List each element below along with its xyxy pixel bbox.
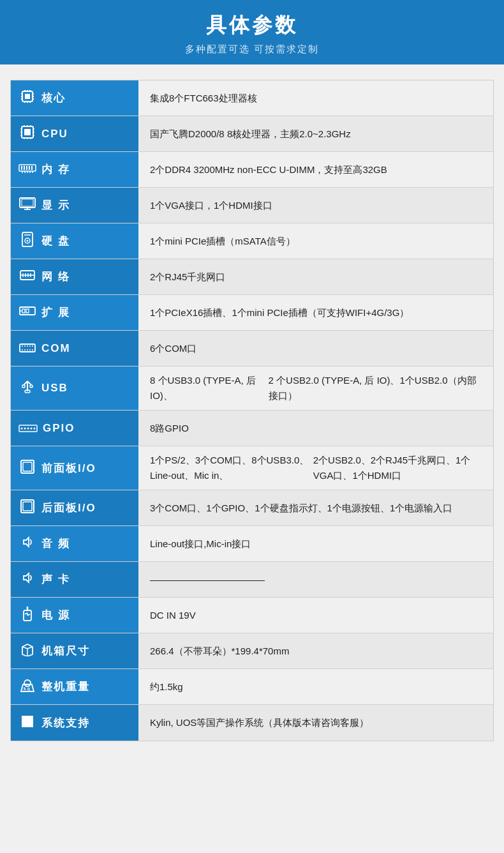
spec-label-text: 扩 展 <box>41 305 70 320</box>
spec-row: COM6个COM口 <box>11 331 493 366</box>
spec-value: ———————————— <box>138 562 493 597</box>
spec-icon <box>19 232 36 250</box>
svg-rect-32 <box>29 166 30 170</box>
spec-icon <box>19 268 36 285</box>
spec-row: 显 示1个VGA接口，1个HDMI接口 <box>11 188 493 223</box>
spec-label: kg整机重量 <box>11 669 138 704</box>
spec-icon <box>19 460 36 477</box>
spec-value: Line-out接口,Mic-in接口 <box>138 526 493 561</box>
spec-icon <box>19 197 36 213</box>
spec-row: 音 频Line-out接口,Mic-in接口 <box>11 526 493 562</box>
spec-label-text: 后面板I/O <box>41 501 96 515</box>
spec-label-text: USB <box>41 382 68 395</box>
spec-icon <box>19 571 36 588</box>
spec-value: 266.4（不带耳朵）*199.4*70mm <box>138 633 493 668</box>
spec-label: 核心 <box>11 80 138 116</box>
spec-label-text: 整机重量 <box>41 679 90 694</box>
spec-label-text: 前面板I/O <box>41 461 96 476</box>
spec-icon <box>19 162 36 177</box>
spec-label-text: 系统支持 <box>41 716 90 730</box>
svg-point-90 <box>24 680 31 686</box>
spec-icon: kg <box>19 678 36 695</box>
svg-rect-57 <box>20 344 35 352</box>
spec-label-text: 电 源 <box>41 608 70 623</box>
spec-icon <box>19 125 36 143</box>
spec-label-text: CPU <box>41 128 68 140</box>
spec-icon <box>19 89 36 107</box>
spec-value: 2个RJ45千兆网口 <box>138 259 493 294</box>
spec-icon <box>19 605 36 625</box>
spec-value: 1个VGA接口，1个HDMI接口 <box>138 188 493 223</box>
svg-rect-92 <box>22 716 27 721</box>
spec-label: 音 频 <box>11 526 138 561</box>
spec-value: 1个mini PCIe插槽（mSATA信号） <box>138 223 493 259</box>
spec-row: 后面板I/O3个COM口、1个GPIO、1个硬盘指示灯、1个电源按钮、1个电源输… <box>11 490 493 526</box>
spec-row: kg整机重量约1.5kg <box>11 669 493 705</box>
spec-icon <box>19 535 36 552</box>
spec-label-text: GPIO <box>43 422 75 435</box>
spec-label: CPU <box>11 116 138 151</box>
spec-value: 约1.5kg <box>138 669 493 704</box>
spec-row: GPIO8路GPIO <box>11 411 493 446</box>
svg-point-77 <box>27 428 29 430</box>
svg-rect-33 <box>31 166 33 170</box>
spec-icon <box>19 380 36 397</box>
svg-point-67 <box>32 349 33 351</box>
svg-rect-71 <box>22 385 25 388</box>
spec-label: USB <box>11 366 138 410</box>
header: 具体参数 多种配置可选 可按需求定制 <box>0 0 504 64</box>
spec-value: 1个PS/2、3个COM口、8个USB3.0、Line-out、Mic in、2… <box>138 446 493 490</box>
spec-label: 系统支持 <box>11 705 138 741</box>
svg-rect-40 <box>22 199 33 206</box>
page-subtitle: 多种配置可选 可按需求定制 <box>0 43 504 56</box>
svg-rect-31 <box>26 166 27 170</box>
spec-icon <box>19 642 36 660</box>
spec-label: 电 源 <box>11 598 138 633</box>
spec-label: 声 卡 <box>11 562 138 597</box>
spec-value: 1个PCIeX16插槽、1个mini PCIe插槽（可支持WIFI+4G/3G） <box>138 295 493 330</box>
spec-value: 8 个USB3.0 (TYPE-A, 后 IO)、2 个USB2.0 (TYPE… <box>138 366 493 410</box>
spec-icon <box>19 421 38 435</box>
svg-point-65 <box>27 349 28 351</box>
svg-point-78 <box>31 428 33 430</box>
spec-row: 扩 展1个PCIeX16插槽、1个mini PCIe插槽（可支持WIFI+4G/… <box>11 295 493 331</box>
svg-point-64 <box>24 349 26 351</box>
spec-label-text: 声 卡 <box>41 572 70 587</box>
spec-row: 网 络2个RJ45千兆网口 <box>11 259 493 295</box>
spec-label-text: 网 络 <box>41 269 70 284</box>
svg-rect-54 <box>22 309 25 313</box>
spec-value: 3个COM口、1个GPIO、1个硬盘指示灯、1个电源按钮、1个电源输入口 <box>138 490 493 525</box>
spec-label: 内 存 <box>11 152 138 187</box>
spec-label: 硬 盘 <box>11 223 138 259</box>
spec-value: 8路GPIO <box>138 411 493 446</box>
svg-point-59 <box>24 345 26 347</box>
svg-rect-29 <box>21 166 22 170</box>
svg-rect-15 <box>24 129 31 135</box>
svg-rect-30 <box>24 166 25 170</box>
spec-value: DC IN 19V <box>138 598 493 633</box>
spec-row: 硬 盘1个mini PCIe插槽（mSATA信号） <box>11 223 493 259</box>
page-title: 具体参数 <box>0 11 504 40</box>
svg-point-60 <box>27 345 28 347</box>
spec-value: 集成8个FTC663处理器核 <box>138 80 493 116</box>
spec-icon <box>19 499 36 517</box>
svg-point-62 <box>32 345 33 347</box>
spec-label: 显 示 <box>11 188 138 223</box>
spec-label: 扩 展 <box>11 295 138 330</box>
spec-value: 国产飞腾D2000/8 8核处理器，主频2.0~2.3GHz <box>138 116 493 151</box>
spec-row: 电 源DC IN 19V <box>11 598 493 633</box>
svg-point-76 <box>24 428 26 430</box>
spec-label: 前面板I/O <box>11 446 138 490</box>
svg-point-63 <box>22 349 23 351</box>
spec-row: 前面板I/O1个PS/2、3个COM口、8个USB3.0、Line-out、Mi… <box>11 446 493 490</box>
spec-label: 机箱尺寸 <box>11 633 138 668</box>
spec-value: 2个DDR4 3200MHz non-ECC U-DIMM，支持至高32GB <box>138 152 493 187</box>
spec-icon <box>19 341 36 356</box>
spec-row: CPU国产飞腾D2000/8 8核处理器，主频2.0~2.3GHz <box>11 116 493 152</box>
spec-label: COM <box>11 331 138 366</box>
svg-rect-95 <box>27 721 33 727</box>
svg-rect-83 <box>23 502 32 511</box>
spec-row: 核心集成8个FTC663处理器核 <box>11 80 493 116</box>
spec-row: USB8 个USB3.0 (TYPE-A, 后 IO)、2 个USB2.0 (T… <box>11 366 493 411</box>
svg-rect-93 <box>27 716 33 721</box>
